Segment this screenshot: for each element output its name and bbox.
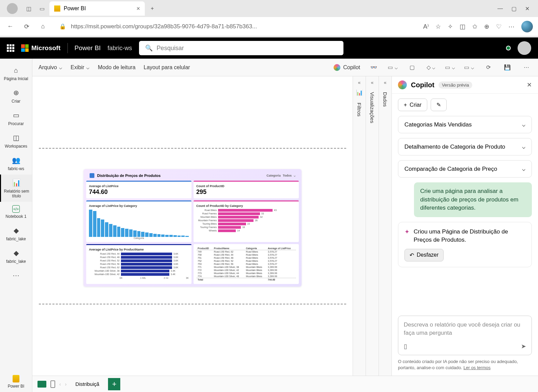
back-icon[interactable]: ←	[5, 21, 15, 32]
mobile-layout-button[interactable]: Layout para celular	[144, 64, 190, 71]
copilot-input[interactable]: Descreva o relatório que você deseja cri…	[398, 316, 532, 355]
favorite-icon[interactable]: ☆	[435, 23, 441, 30]
nav-browse[interactable]: ▭Procurar	[0, 107, 32, 130]
preview-badge: Versão prévia	[439, 81, 473, 89]
collections-icon[interactable]: ⊕	[484, 23, 489, 30]
lakehouse-icon: ◆	[11, 248, 21, 258]
nav-fabric-ws[interactable]: 👥fabric-ws	[0, 152, 32, 175]
view-menu[interactable]: Exibir ⌵	[71, 64, 90, 71]
card-icon[interactable]: ▯	[404, 343, 407, 350]
buttons-icon[interactable]: ◇ ⌵	[426, 62, 436, 73]
health-icon[interactable]: ♡	[496, 23, 502, 30]
nav-more[interactable]: ⋯	[0, 267, 32, 284]
kpi-count-productid[interactable]: Count of ProductID 295	[194, 181, 299, 198]
shapes-icon[interactable]: ▢	[406, 62, 417, 73]
close-copilot-icon[interactable]: ✕	[527, 81, 532, 89]
browser-tab[interactable]: Power BI ×	[49, 1, 145, 16]
nav-untitled-report[interactable]: 📊Relatório sem título	[0, 175, 32, 202]
edit-button[interactable]: ✎	[431, 99, 447, 111]
nav-fabric-lake1[interactable]: ◆fabric_lake	[0, 222, 32, 245]
chevron-down-icon: ⌵	[86, 64, 90, 71]
more-icon[interactable]: ⋯	[508, 23, 514, 30]
address-bar[interactable]: 🔒 https://msit.powerbi.com/groups/32a98b…	[54, 20, 417, 33]
nav-create[interactable]: ⊕Criar	[0, 85, 32, 107]
kpi-avg-listprice[interactable]: Average of ListPrice 744.60	[86, 181, 191, 198]
workspaces-icon[interactable]: ◫	[23, 3, 34, 14]
next-page-icon[interactable]: ›	[65, 381, 67, 387]
pencil-icon: ✎	[436, 102, 441, 108]
extensions-icon[interactable]: ✧	[448, 23, 453, 30]
nav-bar: ← ⟳ ⌂ 🔒 https://msit.powerbi.com/groups/…	[0, 17, 538, 36]
minimize-icon[interactable]: —	[497, 5, 503, 12]
chart-count-by-category[interactable]: Count of ProductID by Category Road Bike…	[194, 200, 299, 242]
tab-actions-icon[interactable]: ▭	[36, 3, 48, 14]
close-window-icon[interactable]: ✕	[525, 5, 529, 12]
search-input[interactable]: 🔍 Pesquisar	[139, 41, 343, 55]
favorites-bar-icon[interactable]: ✩	[472, 23, 477, 30]
reading-mode-button[interactable]: Modo de leitura	[98, 64, 135, 71]
copilot-ribbon-button[interactable]: Copilot	[334, 64, 360, 71]
refresh-icon[interactable]: ⟳	[21, 21, 32, 32]
microsoft-label: Microsoft	[31, 44, 61, 52]
url-text: https://msit.powerbi.com/groups/32a98b35…	[71, 23, 257, 30]
save-icon[interactable]: 💾	[502, 62, 513, 73]
product-table[interactable]: ProductIDProductNameCategoriaAverage of …	[194, 244, 299, 284]
nav-home[interactable]: ⌂Página Inicial	[0, 62, 32, 85]
workspace-name[interactable]: fabric-ws	[108, 45, 132, 52]
create-button[interactable]: +Criar	[398, 99, 427, 111]
app-launcher-icon[interactable]	[7, 44, 14, 52]
chart-avg-by-product[interactable]: Average of ListPrice by ProductName Road…	[86, 244, 191, 284]
maximize-icon[interactable]: ▢	[511, 5, 517, 12]
report-page[interactable]: Distribuição de Preços de Produtos Categ…	[83, 169, 302, 287]
data-pane[interactable]: « Dados	[379, 76, 391, 376]
close-tab-icon[interactable]: ×	[136, 5, 140, 12]
text-box-icon[interactable]: ▭ ⌵	[387, 62, 398, 73]
undo-button[interactable]: ↶Desfazer	[404, 249, 444, 261]
visual-interact-icon[interactable]: ▭ ⌵	[445, 62, 456, 73]
profile-avatar-icon[interactable]	[7, 3, 18, 14]
file-menu[interactable]: Arquivo ⌵	[39, 64, 62, 71]
visualizations-pane[interactable]: « Visualizações	[366, 76, 379, 376]
prev-page-icon[interactable]: ‹	[59, 381, 61, 387]
user-avatar-icon[interactable]	[518, 41, 531, 55]
desktop-view-icon[interactable]	[37, 381, 46, 388]
nav-powerbi-switcher[interactable]: Power BI	[0, 372, 32, 392]
explore-icon[interactable]: 👓	[368, 62, 379, 73]
presence-icon[interactable]	[506, 46, 511, 50]
send-icon[interactable]: ➤	[521, 343, 526, 350]
ribbon-toolbar: Arquivo ⌵ Exibir ⌵ Modo de leitura Layou…	[32, 59, 538, 76]
chevron-down-icon: ⌵	[522, 143, 525, 150]
terms-link[interactable]: Ler os termos	[463, 365, 490, 370]
split-screen-icon[interactable]: ◫	[460, 23, 465, 30]
app-name[interactable]: Power BI	[75, 44, 101, 52]
copilot-browser-icon[interactable]	[521, 21, 533, 32]
nav-workspaces[interactable]: ◫Workspaces	[0, 130, 32, 152]
add-page-button[interactable]: +	[108, 378, 120, 390]
home-icon[interactable]: ⌂	[38, 21, 48, 32]
more-ribbon-icon[interactable]: ⋯	[521, 62, 532, 73]
powerbi-icon	[54, 5, 60, 12]
read-aloud-icon[interactable]: A⁾	[423, 23, 429, 30]
category-slicer[interactable]: Categoria Todos ⌵	[266, 174, 295, 177]
bookmark-icon[interactable]: ▭ ⌵	[464, 62, 475, 73]
new-tab-icon[interactable]: +	[147, 3, 158, 14]
workspace-people-icon: 👥	[11, 155, 21, 165]
suggestion-card[interactable]: Comparação de Categoria de Preço⌵	[398, 160, 532, 178]
report-title: Distribuição de Preços de Produtos	[97, 174, 160, 178]
page-tab[interactable]: Distribuiçã	[71, 378, 104, 390]
chart-avg-by-category[interactable]: Average of ListPrice by Category Categor…	[86, 200, 191, 242]
plus-icon: +	[404, 102, 407, 108]
left-nav-rail: ⌂Página Inicial ⊕Criar ▭Procurar ◫Worksp…	[0, 59, 32, 392]
suggestion-card[interactable]: Detalhamento de Categoria de Produto⌵	[398, 138, 532, 155]
mobile-view-icon[interactable]	[50, 380, 55, 388]
bar-chart-icon: 📊	[356, 89, 363, 96]
chevron-down-icon: ⌵	[294, 174, 295, 177]
report-canvas[interactable]: Distribuição de Preços de Produtos Categ…	[32, 76, 353, 376]
powerbi-rail-icon	[13, 375, 19, 382]
suggestion-card[interactable]: Categorias Mais Vendidas⌵	[398, 116, 532, 133]
filters-pane[interactable]: « 📊 Filtros	[353, 76, 366, 376]
refresh-ribbon-icon[interactable]: ⟳	[483, 62, 494, 73]
nav-fabric-lake2[interactable]: ◆fabric_lake	[0, 245, 32, 267]
nav-notebook1[interactable]: </>Notebook 1	[0, 202, 32, 222]
app-header: Microsoft Power BI fabric-ws 🔍 Pesquisar	[0, 37, 538, 59]
